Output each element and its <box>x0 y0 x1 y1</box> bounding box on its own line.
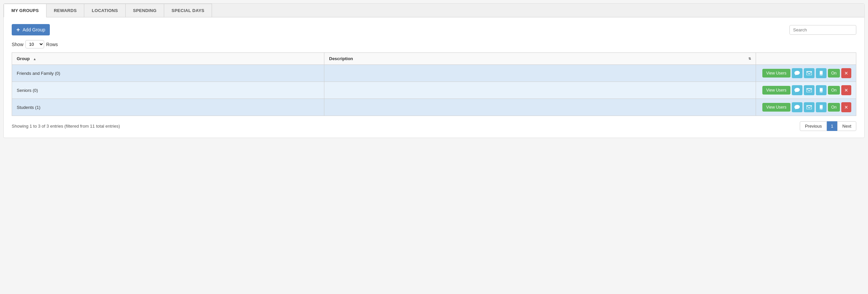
page-number[interactable]: 1 <box>827 121 837 131</box>
pagination: Previous 1 Next <box>800 121 856 131</box>
table-row: Students (1) View Users <box>12 99 856 116</box>
svg-rect-7 <box>820 105 823 108</box>
svg-point-2 <box>821 75 822 75</box>
svg-rect-1 <box>820 71 823 74</box>
tab-rewards[interactable]: REWARDS <box>46 4 85 17</box>
chat-button[interactable] <box>792 68 803 78</box>
tab-locations[interactable]: LOCATIONS <box>84 4 125 17</box>
toggle-on-button[interactable]: On <box>828 69 840 77</box>
tab-my-groups[interactable]: MY GROUPS <box>4 4 46 18</box>
delete-button[interactable]: ✕ <box>841 68 851 78</box>
page-container: MY GROUPS REWARDS LOCATIONS SPENDING SPE… <box>3 3 865 138</box>
email-button[interactable] <box>804 85 814 95</box>
add-group-button[interactable]: + Add Group <box>12 24 50 35</box>
tab-special-days[interactable]: SPECIAL DAYS <box>164 4 212 17</box>
toggle-on-button[interactable]: On <box>828 86 840 95</box>
table-row: Seniors (0) View Users <box>12 82 856 99</box>
delete-icon: ✕ <box>844 88 848 93</box>
delete-button[interactable]: ✕ <box>841 102 851 112</box>
delete-icon: ✕ <box>844 105 848 110</box>
phone-button[interactable] <box>816 102 827 112</box>
tabs-bar: MY GROUPS REWARDS LOCATIONS SPENDING SPE… <box>4 4 864 18</box>
email-button[interactable] <box>804 68 814 78</box>
plus-icon: + <box>17 27 20 33</box>
svg-point-5 <box>821 92 822 93</box>
svg-rect-4 <box>820 88 823 92</box>
previous-button[interactable]: Previous <box>800 121 827 131</box>
rows-per-page-select[interactable]: 10 25 50 100 <box>25 40 44 48</box>
show-label: Show <box>12 42 23 47</box>
table-row: Friends and Family (0) View Users <box>12 65 856 82</box>
description-cell <box>324 65 756 82</box>
table-header-row: Group ▲ Description ⇅ <box>12 53 856 65</box>
delete-icon: ✕ <box>844 70 848 76</box>
chat-button[interactable] <box>792 85 803 95</box>
show-rows-control: Show 10 25 50 100 Rows <box>12 40 856 48</box>
group-cell: Seniors (0) <box>12 82 324 99</box>
add-group-label: Add Group <box>23 27 45 32</box>
phone-button[interactable] <box>816 85 827 95</box>
view-users-button[interactable]: View Users <box>762 86 790 95</box>
groups-table: Group ▲ Description ⇅ Friends and Family… <box>12 53 856 116</box>
tab-spending[interactable]: SPENDING <box>125 4 164 17</box>
description-cell <box>324 82 756 99</box>
action-cell: View Users <box>756 65 856 82</box>
phone-button[interactable] <box>816 68 827 78</box>
next-button[interactable]: Next <box>837 121 856 131</box>
action-cell: View Users <box>756 99 856 116</box>
description-sort-icon: ⇅ <box>748 57 751 61</box>
rows-label: Rows <box>46 42 58 47</box>
description-cell <box>324 99 756 116</box>
actions-column-header <box>756 53 856 65</box>
group-cell: Friends and Family (0) <box>12 65 324 82</box>
toggle-on-button[interactable]: On <box>828 103 840 111</box>
content-area: + Add Group Show 10 25 50 100 Rows Group <box>4 18 864 138</box>
table-footer: Showing 1 to 3 of 3 entries (filtered fr… <box>12 121 856 131</box>
view-users-button[interactable]: View Users <box>762 69 790 77</box>
svg-point-8 <box>821 109 822 109</box>
showing-text: Showing 1 to 3 of 3 entries (filtered fr… <box>12 124 120 129</box>
group-sort-icon: ▲ <box>33 57 36 61</box>
email-button[interactable] <box>804 102 814 112</box>
toolbar-row: + Add Group <box>12 24 856 35</box>
delete-button[interactable]: ✕ <box>841 85 851 95</box>
description-column-header[interactable]: Description ⇅ <box>324 53 756 65</box>
group-column-header[interactable]: Group ▲ <box>12 53 324 65</box>
search-input[interactable] <box>789 25 856 35</box>
chat-button[interactable] <box>792 102 803 112</box>
view-users-button[interactable]: View Users <box>762 103 790 111</box>
action-cell: View Users <box>756 82 856 99</box>
group-cell: Students (1) <box>12 99 324 116</box>
